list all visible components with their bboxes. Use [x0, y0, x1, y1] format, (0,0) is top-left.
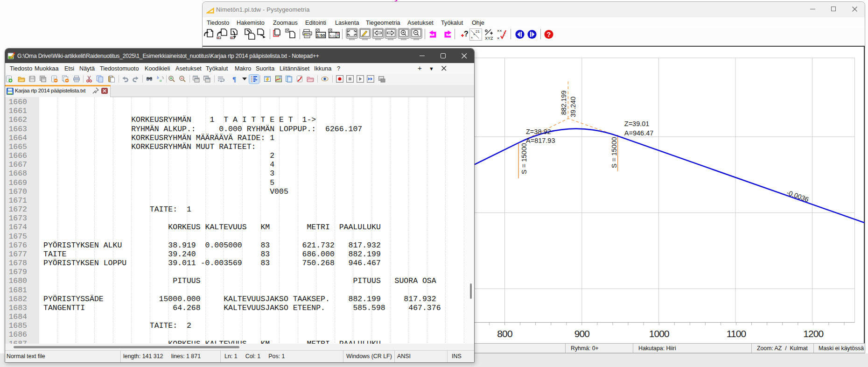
svg-text:a: a — [160, 78, 162, 83]
svg-text:XYZ: XYZ — [485, 36, 493, 41]
svg-text:21: 21 — [476, 29, 480, 34]
svg-text:A=946.47: A=946.47 — [624, 129, 654, 137]
svg-text:5 1×: 5 1× — [330, 35, 336, 37]
svg-text:1000: 1000 — [649, 328, 669, 339]
svg-text:b: b — [157, 75, 159, 80]
svg-text:¶: ¶ — [232, 76, 236, 83]
svg-text:800: 800 — [497, 328, 512, 339]
svg-text:1100: 1100 — [727, 328, 746, 339]
svg-text:1:50: 1:50 — [317, 33, 325, 38]
svg-text:××: ×× — [497, 28, 502, 33]
svg-text:-0.0036: -0.0036 — [786, 189, 810, 203]
svg-text:×: × — [497, 36, 499, 41]
svg-text:S = 15000: S = 15000 — [610, 137, 618, 168]
svg-text:S = 15000: S = 15000 — [520, 143, 528, 174]
svg-text:882.199: 882.199 — [560, 91, 567, 115]
svg-text:×: × — [471, 36, 473, 39]
svg-text:1200: 1200 — [803, 328, 823, 339]
svg-text:?: ? — [547, 31, 551, 38]
svg-text:Z=39.01: Z=39.01 — [624, 120, 650, 127]
svg-text:×: × — [473, 33, 475, 36]
svg-text:?: ? — [464, 30, 469, 38]
svg-text:39.240: 39.240 — [569, 97, 577, 117]
svg-text:900: 900 — [574, 328, 590, 339]
svg-text:A=817.93: A=817.93 — [526, 137, 555, 144]
svg-text:Z=38.92: Z=38.92 — [526, 128, 551, 135]
